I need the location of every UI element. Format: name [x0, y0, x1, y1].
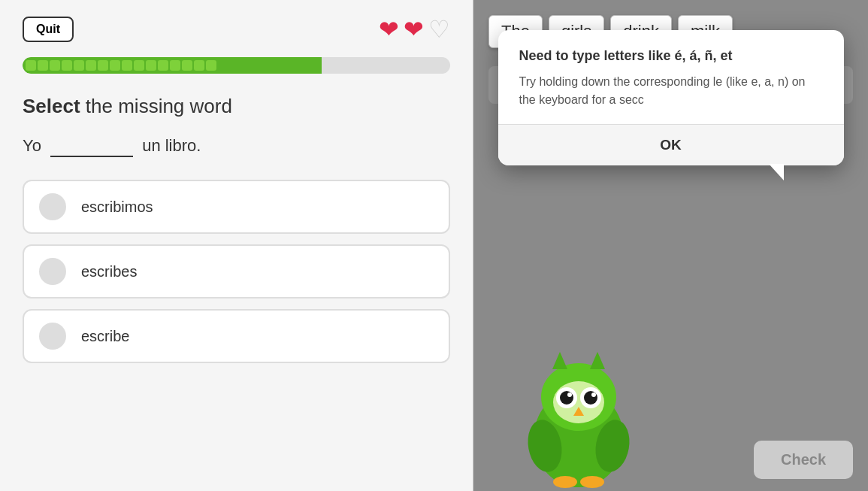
- prompt-text: Select the missing word: [23, 95, 450, 118]
- prompt-rest: the missing word: [80, 95, 232, 117]
- answer-options: escribimos escribes escribe: [23, 180, 450, 363]
- owl-container: [504, 341, 654, 491]
- option-3-circle: [39, 323, 66, 350]
- dialog-ok-button[interactable]: OK: [498, 124, 844, 165]
- svg-point-14: [553, 476, 577, 488]
- option-2-label: escribes: [81, 263, 137, 280]
- dialog-box: Need to type letters like é, á, ñ, et Tr…: [498, 30, 844, 165]
- sentence-after: un libro.: [142, 136, 201, 155]
- progress-bar: [23, 57, 450, 74]
- svg-point-6: [560, 391, 573, 405]
- option-1-circle: [39, 193, 66, 220]
- svg-point-15: [580, 476, 604, 488]
- svg-marker-2: [552, 352, 567, 369]
- svg-point-9: [584, 391, 597, 405]
- right-panel: The girls drink milk . Spanish translati…: [473, 0, 868, 491]
- svg-marker-3: [590, 352, 605, 369]
- heart-1: ❤: [379, 15, 399, 44]
- option-1-label: escribimos: [81, 199, 153, 216]
- heart-3: ♡: [428, 15, 450, 44]
- left-panel: Quit ❤ ❤ ♡ Select the missing word Yo un…: [0, 0, 473, 491]
- prompt-bold: Select: [23, 95, 80, 117]
- option-3[interactable]: escribe: [23, 309, 450, 363]
- hearts-display: ❤ ❤ ♡: [379, 15, 450, 44]
- option-3-label: escribe: [81, 328, 129, 345]
- sentence-before: Yo: [23, 136, 41, 155]
- option-1[interactable]: escribimos: [23, 180, 450, 234]
- quit-button[interactable]: Quit: [23, 17, 74, 42]
- sentence: Yo un libro.: [23, 136, 450, 157]
- dialog-title: Need to type letters like é, á, ñ, et: [519, 48, 823, 64]
- dialog-body: Try holding down the corresponding le (l…: [519, 73, 823, 109]
- option-2[interactable]: escribes: [23, 244, 450, 299]
- heart-2: ❤: [404, 15, 424, 44]
- option-2-circle: [39, 258, 66, 285]
- top-bar: Quit ❤ ❤ ♡: [23, 15, 450, 44]
- svg-point-7: [567, 392, 572, 397]
- svg-point-10: [591, 392, 596, 397]
- check-button[interactable]: Check: [754, 441, 853, 479]
- progress-fill: [23, 57, 322, 74]
- owl-icon: [504, 341, 654, 491]
- speech-tail: [769, 164, 784, 180]
- sentence-blank: [50, 136, 133, 157]
